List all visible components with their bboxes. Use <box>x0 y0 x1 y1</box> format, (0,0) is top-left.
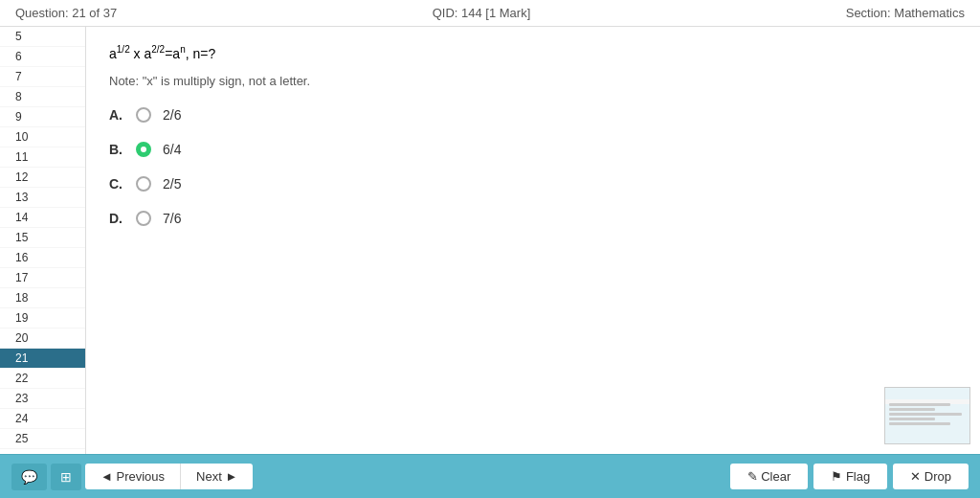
sidebar-item-5[interactable]: 5 <box>0 27 85 47</box>
sidebar-item-6[interactable]: 6 <box>0 47 85 67</box>
sidebar-item-11[interactable]: 11 <box>0 147 85 168</box>
sidebar-item-24[interactable]: 24 <box>0 409 85 429</box>
grid-button[interactable]: ⊞ <box>51 464 81 490</box>
option-label-1: B. <box>109 142 136 157</box>
drop-button[interactable]: ✕ Drop <box>893 464 969 489</box>
sidebar-item-22[interactable]: 22 <box>0 369 85 389</box>
toolbar-nav: ◄ Previous Next ► <box>85 464 253 489</box>
sidebar-item-16[interactable]: 16 <box>0 248 85 268</box>
toolbar-left-buttons: 💬 ⊞ <box>11 464 81 490</box>
option-radio-1[interactable] <box>136 142 151 157</box>
chat-button[interactable]: 💬 <box>11 464 47 490</box>
option-radio-3[interactable] <box>136 211 151 226</box>
option-label-0: A. <box>109 107 136 123</box>
top-bar: Question: 21 of 37 QID: 144 [1 Mark] Sec… <box>0 0 980 27</box>
option-item-D[interactable]: D.7/6 <box>109 211 957 226</box>
sidebar-item-25[interactable]: 25 <box>0 429 85 449</box>
option-label-3: D. <box>109 211 136 226</box>
question-note: Note: "x" is multiply sign, not a letter… <box>109 74 957 88</box>
bottom-toolbar: 💬 ⊞ ◄ Previous Next ► ✎ Clear ⚑ Flag ✕ D… <box>0 454 980 498</box>
sidebar-item-14[interactable]: 14 <box>0 208 85 228</box>
question-text: a1/2 x a2/2=an, n=? <box>109 42 957 64</box>
sidebar-item-21[interactable]: 21 <box>0 349 85 369</box>
clear-button[interactable]: ✎ Clear <box>730 464 809 489</box>
options-list: A.2/6B.6/4C.2/5D.7/6 <box>109 107 957 226</box>
option-text-0: 2/6 <box>163 107 181 123</box>
option-label-2: C. <box>109 176 136 192</box>
content-area: a1/2 x a2/2=an, n=? Note: "x" is multipl… <box>86 27 980 454</box>
sidebar-item-13[interactable]: 13 <box>0 188 85 208</box>
section-info: Section: Mathematics <box>846 6 965 20</box>
sidebar-item-8[interactable]: 8 <box>0 87 85 107</box>
option-text-2: 2/5 <box>163 176 181 192</box>
sidebar-item-17[interactable]: 17 <box>0 268 85 288</box>
thumbnail-preview <box>884 387 970 444</box>
sidebar-item-18[interactable]: 18 <box>0 288 85 308</box>
option-item-A[interactable]: A.2/6 <box>109 107 957 123</box>
sidebar-item-19[interactable]: 19 <box>0 308 85 328</box>
question-sidebar: 5678910111213141516171819202122232425262… <box>0 27 86 454</box>
sidebar-item-23[interactable]: 23 <box>0 389 85 409</box>
option-text-3: 7/6 <box>163 211 181 226</box>
option-text-1: 6/4 <box>163 142 181 157</box>
flag-button[interactable]: ⚑ Flag <box>813 464 887 489</box>
main-area: 5678910111213141516171819202122232425262… <box>0 27 980 454</box>
question-info: Question: 21 of 37 <box>15 6 117 20</box>
sidebar-item-20[interactable]: 20 <box>0 328 85 349</box>
previous-button[interactable]: ◄ Previous <box>85 464 181 489</box>
toolbar-right-buttons: ✎ Clear ⚑ Flag ✕ Drop <box>730 464 969 489</box>
qid-info: QID: 144 [1 Mark] <box>433 6 531 20</box>
next-button[interactable]: Next ► <box>181 464 253 489</box>
sidebar-item-10[interactable]: 10 <box>0 127 85 147</box>
sidebar-item-9[interactable]: 9 <box>0 107 85 127</box>
option-item-C[interactable]: C.2/5 <box>109 176 957 192</box>
option-radio-2[interactable] <box>136 176 151 192</box>
option-radio-0[interactable] <box>136 107 151 123</box>
sidebar-item-7[interactable]: 7 <box>0 67 85 87</box>
option-item-B[interactable]: B.6/4 <box>109 142 957 157</box>
sidebar-item-12[interactable]: 12 <box>0 168 85 188</box>
sidebar-item-15[interactable]: 15 <box>0 228 85 248</box>
